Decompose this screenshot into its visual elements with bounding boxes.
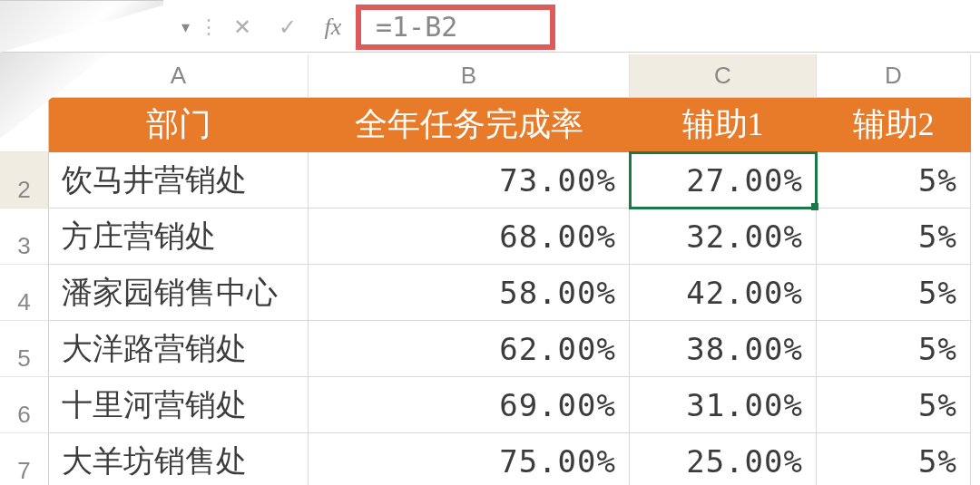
row-number[interactable]: 4: [0, 265, 49, 321]
cell-D3[interactable]: 5%: [817, 209, 971, 265]
cell-C5[interactable]: 38.00%: [630, 321, 817, 377]
cell-A3[interactable]: 方庄营销处: [49, 209, 309, 265]
table-row: 4 潘家园销售中心 58.00% 42.00% 5%: [0, 265, 971, 321]
cell-C6[interactable]: 31.00%: [630, 377, 817, 433]
cell-A5[interactable]: 大洋路营销处: [49, 321, 309, 377]
column-header-D[interactable]: D: [817, 54, 971, 98]
cell-A6[interactable]: 十里河营销处: [49, 377, 309, 433]
fx-icon[interactable]: fx: [310, 14, 356, 41]
cancel-formula-button[interactable]: ✕: [220, 15, 265, 40]
table-body: 部门 全年任务完成率 辅助1 辅助2 2 饮马井营销处 73.00% 27.00…: [0, 98, 971, 485]
select-all-corner[interactable]: [0, 54, 49, 98]
cell-D7[interactable]: 5%: [817, 433, 971, 485]
table-row: 7 大羊坊销售处 75.00% 25.00% 5%: [0, 433, 971, 485]
accept-formula-button[interactable]: ✓: [265, 15, 310, 40]
cell-B3[interactable]: 68.00%: [309, 209, 630, 265]
row-number[interactable]: [0, 98, 49, 152]
table-row: 2 饮马井营销处 73.00% 27.00% 5%: [0, 152, 971, 209]
header-cell-rate[interactable]: 全年任务完成率: [309, 98, 630, 152]
cell-D4[interactable]: 5%: [817, 265, 971, 321]
cell-B2[interactable]: 73.00%: [309, 152, 630, 209]
header-cell-aux1[interactable]: 辅助1: [630, 98, 817, 152]
table-row: 3 方庄营销处 68.00% 32.00% 5%: [0, 209, 971, 265]
column-header-row: A B C D: [0, 54, 971, 98]
header-cell-dept[interactable]: 部门: [49, 98, 309, 152]
row-number[interactable]: 7: [0, 433, 49, 485]
cell-B4[interactable]: 58.00%: [309, 265, 630, 321]
cell-C7[interactable]: 25.00%: [630, 433, 817, 485]
cell-D2[interactable]: 5%: [817, 152, 971, 209]
row-number[interactable]: 2: [0, 152, 49, 209]
formula-bar: ▾ ⋮ ✕ ✓ fx =1-B2: [0, 2, 980, 53]
cell-C4[interactable]: 42.00%: [630, 265, 817, 321]
cell-B7[interactable]: 75.00%: [309, 433, 630, 485]
cell-D6[interactable]: 5%: [817, 377, 971, 433]
header-cell-aux2[interactable]: 辅助2: [817, 98, 971, 152]
cell-C2[interactable]: 27.00%: [630, 152, 817, 209]
cell-A2[interactable]: 饮马井营销处: [49, 152, 309, 209]
column-header-B[interactable]: B: [309, 54, 630, 98]
cell-B6[interactable]: 69.00%: [309, 377, 630, 433]
cell-C3[interactable]: 32.00%: [630, 209, 817, 265]
name-box-dropdown-icon[interactable]: ▾: [172, 17, 198, 37]
column-header-C[interactable]: C: [630, 54, 817, 98]
table-row: 6 十里河营销处 69.00% 31.00% 5%: [0, 377, 971, 433]
cell-A4[interactable]: 潘家园销售中心: [49, 265, 309, 321]
row-number[interactable]: 6: [0, 377, 49, 433]
cell-B5[interactable]: 62.00%: [309, 321, 630, 377]
vertical-dots-icon: ⋮: [198, 15, 220, 39]
row-number[interactable]: 5: [0, 321, 49, 377]
cell-A7[interactable]: 大羊坊销售处: [49, 433, 309, 485]
table-header-row: 部门 全年任务完成率 辅助1 辅助2: [0, 98, 971, 152]
formula-highlight: =1-B2: [356, 5, 555, 50]
cell-D5[interactable]: 5%: [817, 321, 971, 377]
table-row: 5 大洋路营销处 62.00% 38.00% 5%: [0, 321, 971, 377]
formula-input[interactable]: =1-B2: [376, 11, 457, 43]
column-header-A[interactable]: A: [49, 54, 309, 98]
spreadsheet: A B C D 部门 全年任务完成率 辅助1 辅助2 2 饮马井营销处 73.0…: [0, 54, 971, 480]
row-number[interactable]: 3: [0, 209, 49, 265]
